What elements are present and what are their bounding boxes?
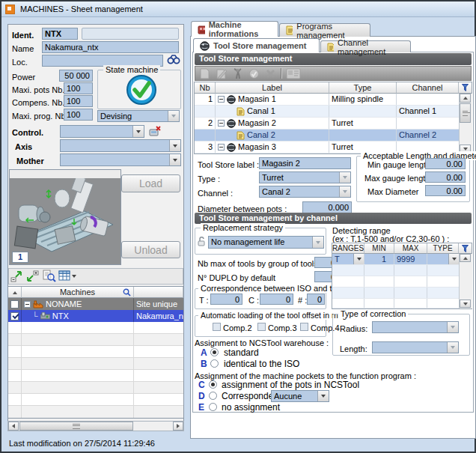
dropdown-arrow[interactable] xyxy=(169,154,180,165)
tool-table-row[interactable]: Canal 1 Channel 1 xyxy=(195,106,459,118)
unload-button[interactable]: Unload xyxy=(121,241,180,258)
identical-iso-radio[interactable] xyxy=(210,359,219,368)
no-assignment-radio[interactable] xyxy=(209,403,217,411)
axis-select[interactable] xyxy=(60,139,181,152)
control-select[interactable] xyxy=(60,125,144,138)
new-item-icon[interactable] xyxy=(198,68,211,79)
search-icon[interactable] xyxy=(123,288,131,297)
strategy-select[interactable]: No management life xyxy=(208,236,324,249)
dropdown-arrow[interactable] xyxy=(448,254,459,264)
collapse-expander-icon[interactable] xyxy=(24,301,31,308)
dropdown-arrow[interactable] xyxy=(168,111,179,121)
standard-radio[interactable] xyxy=(210,348,219,356)
corr-hash-field[interactable]: 0 xyxy=(307,294,325,305)
dropdown-arrow[interactable] xyxy=(317,391,329,401)
radius-select[interactable] xyxy=(372,321,459,333)
dropdown-arrow[interactable] xyxy=(169,140,180,151)
tool-table-row[interactable]: 2 Magasin 2 Turret xyxy=(195,118,459,130)
comp3-checkbox[interactable] xyxy=(257,323,266,331)
empty-row[interactable] xyxy=(8,334,183,346)
length-select[interactable] xyxy=(372,341,459,353)
collapse-expander-icon[interactable] xyxy=(218,96,225,103)
dropdown-arrow[interactable] xyxy=(447,342,458,353)
edit-item-icon[interactable] xyxy=(215,68,228,79)
comp2-checkbox[interactable] xyxy=(213,323,221,331)
collapse-all-icon[interactable] xyxy=(10,270,24,282)
machine-checkbox[interactable] xyxy=(10,312,19,320)
scroll-down-button[interactable] xyxy=(460,300,471,308)
tab-machine-informations[interactable]: Machine informations xyxy=(191,21,278,37)
scroll-up-button[interactable] xyxy=(460,254,471,262)
tool-table-row[interactable]: 1 Magasin 1 Milling spindle xyxy=(195,94,459,106)
tab-programs-management[interactable]: Programs management xyxy=(279,23,370,37)
validate-icon[interactable] xyxy=(248,68,260,79)
empty-row[interactable] xyxy=(8,406,183,418)
tool-table-header[interactable]: Nb Label Type Channel xyxy=(195,82,472,94)
empty-row[interactable] xyxy=(8,346,183,358)
tool-store-label-field[interactable]: Magasin 2 xyxy=(259,157,351,169)
filter-icon[interactable] xyxy=(461,244,469,253)
dropdown-arrow[interactable] xyxy=(339,186,350,197)
scroll-right-button[interactable] xyxy=(173,422,183,431)
corr-t-field[interactable]: 0 xyxy=(210,294,242,305)
grid-menu-arrow[interactable] xyxy=(72,275,76,278)
correspondence-base-select[interactable]: Aucune xyxy=(271,390,329,402)
filter-icon[interactable] xyxy=(461,83,469,92)
max-gauge-field[interactable]: 0.00 xyxy=(425,171,466,183)
machines-list-header[interactable]: Machines xyxy=(8,287,183,298)
max-diameter-field[interactable]: 0.00 xyxy=(425,185,466,196)
detecting-row-selected[interactable]: T 1 9999 xyxy=(332,254,459,265)
group-checkbox[interactable] xyxy=(10,300,19,308)
detecting-empty-row[interactable] xyxy=(332,288,459,299)
loc-search-button[interactable] xyxy=(167,54,181,67)
ident-secondary-field[interactable] xyxy=(82,28,179,40)
tool-table-row-selected[interactable]: Canal 2 Channel 2 xyxy=(195,130,459,142)
scroll-thumb[interactable] xyxy=(19,422,133,431)
control-device-icon[interactable] xyxy=(149,126,162,138)
diameter-field[interactable]: 0.000 xyxy=(302,201,352,213)
empty-row[interactable] xyxy=(8,322,183,334)
dropdown-arrow[interactable] xyxy=(353,254,364,264)
expand-all-icon[interactable] xyxy=(25,270,39,282)
corr-c-field[interactable]: 0 xyxy=(260,294,293,305)
scroll-thumb[interactable] xyxy=(460,103,471,123)
collapse-expander-icon[interactable] xyxy=(218,120,225,127)
ident-field[interactable]: NTX xyxy=(42,28,78,40)
dropdown-arrow[interactable] xyxy=(312,237,323,248)
empty-row[interactable] xyxy=(8,394,183,406)
empty-row[interactable] xyxy=(8,370,183,382)
delete-icon[interactable] xyxy=(264,68,277,79)
type-select[interactable]: Turret xyxy=(259,171,351,183)
detecting-empty-row[interactable] xyxy=(332,299,459,308)
comp4-checkbox[interactable] xyxy=(300,323,308,331)
card-icon[interactable] xyxy=(286,68,301,79)
maxi-prog-field[interactable]: 100 xyxy=(64,109,93,121)
dropdown-arrow[interactable] xyxy=(447,322,458,332)
name-field[interactable]: Nakamura_ntx xyxy=(42,41,179,53)
channel-select[interactable]: Canal 2 xyxy=(259,186,351,198)
scroll-left-button[interactable] xyxy=(8,422,19,431)
title-bar[interactable]: MACHINES - Sheet management xyxy=(1,1,475,17)
state-machine-select[interactable]: Devising xyxy=(97,110,180,122)
subtab-channel-management[interactable]: Channel management xyxy=(320,40,411,52)
columns-grid-icon[interactable] xyxy=(58,270,70,281)
compens-field[interactable]: 100 xyxy=(64,95,93,107)
empty-row[interactable] xyxy=(8,358,183,370)
load-button[interactable]: Load xyxy=(121,174,180,192)
correspondence-base-radio[interactable] xyxy=(209,392,217,400)
mother-select[interactable] xyxy=(60,153,181,166)
machine-group-row[interactable]: NONAME Site unique xyxy=(8,298,183,310)
min-gauge-field[interactable]: 0.00 xyxy=(425,158,466,169)
detecting-empty-row[interactable] xyxy=(332,276,459,288)
subtab-tool-store-management[interactable]: Tool Store management xyxy=(193,38,320,52)
dropdown-arrow[interactable] xyxy=(339,172,350,183)
dropdown-arrow[interactable] xyxy=(132,126,144,137)
machine-row-selected[interactable]: └ NTX Nakamura_ntx xyxy=(8,310,183,322)
empty-row[interactable] xyxy=(8,382,183,394)
detecting-header[interactable]: RANGES MIN MAX TYPE xyxy=(332,243,472,254)
power-field[interactable]: 50 000 xyxy=(59,70,93,82)
maxi-pots-field[interactable]: 100 xyxy=(64,82,93,94)
pots-ncstool-radio[interactable] xyxy=(209,380,217,389)
scroll-up-button[interactable] xyxy=(460,94,471,103)
search-list-icon[interactable] xyxy=(42,270,56,282)
